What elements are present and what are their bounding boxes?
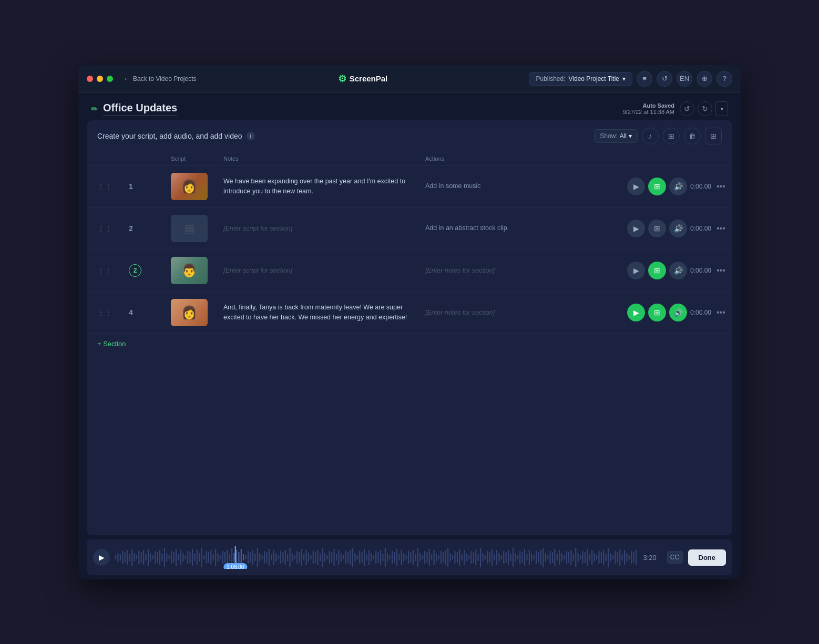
svg-rect-166 bbox=[501, 555, 502, 559]
music-icon-button[interactable]: ♪ bbox=[642, 128, 659, 144]
show-filter-dropdown[interactable]: Show: All ▾ bbox=[594, 129, 638, 143]
play-button[interactable]: ▶ bbox=[93, 549, 110, 566]
thumbnail[interactable]: 👨 bbox=[171, 257, 208, 284]
maximize-button[interactable] bbox=[107, 76, 113, 82]
svg-rect-93 bbox=[331, 552, 332, 563]
svg-rect-190 bbox=[557, 554, 558, 560]
svg-rect-113 bbox=[377, 552, 378, 563]
svg-rect-112 bbox=[375, 551, 376, 564]
svg-rect-90 bbox=[324, 553, 325, 562]
script-area-title: Create your script, add audio, and add v… bbox=[97, 132, 242, 140]
svg-rect-158 bbox=[482, 553, 483, 562]
drag-handle[interactable]: ⋮⋮ bbox=[97, 266, 129, 275]
project-title[interactable]: Office Updates bbox=[103, 102, 177, 114]
svg-rect-209 bbox=[601, 552, 602, 563]
svg-rect-121 bbox=[396, 549, 397, 566]
audio-action-button[interactable]: 🔊 bbox=[669, 220, 687, 237]
drag-handle[interactable]: ⋮⋮ bbox=[97, 182, 129, 191]
script-text[interactable]: And, finally, Tanya is back from materni… bbox=[223, 303, 425, 323]
svg-rect-74 bbox=[287, 554, 288, 561]
svg-rect-101 bbox=[350, 550, 351, 565]
svg-rect-222 bbox=[631, 551, 632, 564]
notes-text[interactable]: Add in some music bbox=[425, 181, 627, 191]
thumbnail[interactable]: 👩 bbox=[171, 173, 208, 200]
copy-icon-button[interactable]: ⊞ bbox=[663, 128, 680, 144]
grid-view-button[interactable]: ⊞ bbox=[705, 128, 722, 144]
thumbnail[interactable]: ▤ bbox=[171, 215, 208, 242]
thumbnail[interactable]: 👩 bbox=[171, 299, 208, 326]
svg-rect-31 bbox=[187, 551, 188, 564]
svg-rect-76 bbox=[292, 553, 293, 562]
svg-rect-68 bbox=[273, 550, 274, 565]
done-button[interactable]: Done bbox=[688, 549, 726, 566]
svg-rect-181 bbox=[536, 551, 537, 564]
svg-rect-193 bbox=[564, 555, 565, 559]
audio-action-button[interactable]: 🔊 bbox=[669, 262, 687, 279]
svg-rect-168 bbox=[506, 552, 507, 563]
drag-handle[interactable]: ⋮⋮ bbox=[97, 224, 129, 233]
svg-rect-165 bbox=[498, 553, 499, 562]
script-placeholder[interactable]: [Enter script for section] bbox=[223, 225, 425, 232]
notes-placeholder[interactable]: [Enter notes for section] bbox=[425, 267, 627, 274]
caption-icon-button[interactable]: CC bbox=[667, 551, 683, 564]
svg-rect-39 bbox=[206, 551, 207, 564]
clip-action-button[interactable]: ⊞ bbox=[648, 304, 666, 321]
minimize-button[interactable] bbox=[97, 76, 103, 82]
clip-action-button[interactable]: ⊞ bbox=[648, 220, 666, 237]
layers-icon-button[interactable]: ⊕ bbox=[697, 71, 712, 87]
svg-rect-105 bbox=[359, 551, 360, 564]
svg-rect-189 bbox=[554, 549, 555, 566]
language-button[interactable]: EN bbox=[677, 71, 692, 87]
notes-text[interactable]: Add in an abstract stock clip. bbox=[425, 223, 627, 233]
drag-handle[interactable]: ⋮⋮ bbox=[97, 308, 129, 317]
video-action-button[interactable]: ▶ bbox=[627, 304, 645, 321]
app-logo: ⚙ ScreenPal bbox=[203, 73, 523, 85]
svg-rect-198 bbox=[575, 548, 576, 567]
svg-rect-132 bbox=[422, 555, 423, 559]
redo-button[interactable]: ↻ bbox=[698, 101, 712, 116]
history-dropdown-button[interactable]: ▾ bbox=[715, 101, 728, 116]
clip-action-button[interactable]: ⊞ bbox=[648, 262, 666, 279]
more-options-button[interactable]: ••• bbox=[714, 222, 728, 235]
help-icon-button[interactable]: ? bbox=[716, 71, 732, 87]
more-options-button[interactable]: ••• bbox=[714, 180, 728, 193]
table-row: ⋮⋮ 2 👨 [Enter script for section] [Enter… bbox=[87, 250, 732, 292]
duration-display: 3:20 bbox=[643, 554, 662, 562]
notes-placeholder[interactable]: [Enter notes for section] bbox=[425, 309, 627, 316]
video-action-button[interactable]: ▶ bbox=[627, 262, 645, 279]
add-section-button[interactable]: + Section bbox=[87, 334, 732, 354]
audio-action-button[interactable]: 🔊 bbox=[669, 178, 687, 195]
delete-icon-button[interactable]: 🗑 bbox=[684, 128, 701, 144]
script-text[interactable]: We have been expanding over the past yea… bbox=[223, 176, 425, 196]
publish-button[interactable]: Published: Video Project Title ▾ bbox=[529, 72, 632, 86]
svg-rect-21 bbox=[164, 548, 165, 567]
list-icon-button[interactable]: ≡ bbox=[637, 71, 652, 87]
audio-action-button[interactable]: 🔊 bbox=[669, 304, 687, 321]
waveform[interactable]: 1:08.00 bbox=[115, 546, 638, 569]
history-icon-button[interactable]: ↺ bbox=[657, 71, 672, 87]
svg-rect-62 bbox=[259, 553, 260, 562]
back-to-projects-button[interactable]: ← Back to Video Projects bbox=[124, 75, 197, 82]
undo-button[interactable]: ↺ bbox=[680, 101, 694, 116]
svg-rect-180 bbox=[534, 555, 535, 559]
video-action-button[interactable]: ▶ bbox=[627, 178, 645, 195]
script-placeholder[interactable]: [Enter script for section] bbox=[223, 267, 425, 274]
close-button[interactable] bbox=[87, 76, 93, 82]
svg-rect-109 bbox=[368, 550, 370, 565]
svg-rect-200 bbox=[580, 555, 581, 559]
svg-rect-175 bbox=[522, 552, 523, 563]
more-options-button[interactable]: ••• bbox=[714, 264, 728, 277]
svg-rect-169 bbox=[508, 550, 509, 565]
more-options-button[interactable]: ••• bbox=[714, 306, 728, 319]
svg-rect-188 bbox=[552, 552, 553, 563]
clip-action-button[interactable]: ⊞ bbox=[648, 178, 666, 195]
svg-rect-218 bbox=[622, 554, 623, 560]
svg-rect-201 bbox=[582, 551, 583, 564]
svg-rect-14 bbox=[148, 549, 149, 566]
svg-rect-130 bbox=[417, 548, 418, 567]
svg-rect-119 bbox=[392, 551, 393, 564]
svg-rect-58 bbox=[250, 552, 251, 563]
video-action-button[interactable]: ▶ bbox=[627, 220, 645, 237]
info-icon[interactable]: i bbox=[247, 132, 255, 140]
svg-rect-53 bbox=[238, 552, 239, 563]
